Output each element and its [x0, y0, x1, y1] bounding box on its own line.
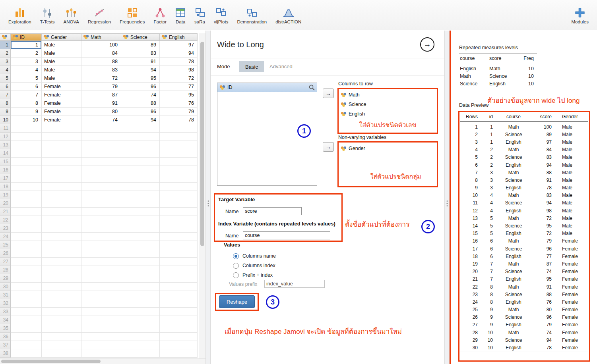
row-number[interactable]: 28: [0, 266, 11, 274]
cell[interactable]: [42, 324, 81, 333]
cell[interactable]: 96: [121, 83, 160, 91]
cell[interactable]: [81, 316, 121, 324]
row-number[interactable]: 27: [0, 258, 11, 266]
cell[interactable]: 96: [121, 108, 160, 116]
search-icon[interactable]: [308, 84, 315, 92]
scrollbar-thumb[interactable]: [1, 360, 101, 363]
cell[interactable]: 1: [11, 41, 42, 49]
row-number[interactable]: 35: [0, 324, 11, 333]
row-number[interactable]: 14: [0, 149, 11, 158]
cell[interactable]: [160, 249, 198, 258]
column-header-id[interactable]: ID: [11, 33, 42, 41]
cell[interactable]: 88: [121, 99, 160, 108]
cell[interactable]: 5: [11, 74, 42, 83]
cell[interactable]: [81, 166, 121, 174]
tab-basic[interactable]: Basic: [239, 61, 264, 72]
cell[interactable]: [81, 149, 121, 158]
cell[interactable]: [42, 283, 81, 291]
toolbar-item-vijplots[interactable]: vijPlots: [209, 4, 233, 26]
cell[interactable]: 95: [160, 91, 198, 99]
column-header-english[interactable]: English: [160, 33, 198, 41]
cell[interactable]: [121, 266, 160, 274]
cell[interactable]: [160, 166, 198, 174]
cell[interactable]: [42, 291, 81, 299]
cell[interactable]: [160, 174, 198, 183]
row-number[interactable]: 4: [0, 66, 11, 74]
row-number[interactable]: 23: [0, 224, 11, 233]
cell[interactable]: [11, 266, 42, 274]
cell[interactable]: 94: [121, 116, 160, 124]
row-number[interactable]: 2: [0, 49, 11, 58]
cell[interactable]: [121, 341, 160, 349]
row-number[interactable]: 19: [0, 191, 11, 199]
toolbar-item-regression[interactable]: Regression: [83, 4, 115, 26]
cell[interactable]: [121, 191, 160, 199]
cell[interactable]: [11, 324, 42, 333]
cell[interactable]: 8: [11, 99, 42, 108]
cell[interactable]: [160, 316, 198, 324]
cell[interactable]: [121, 349, 160, 358]
cell[interactable]: [42, 308, 81, 316]
cell[interactable]: [42, 349, 81, 358]
cell[interactable]: [81, 124, 121, 133]
cell[interactable]: [160, 124, 198, 133]
cell[interactable]: 4: [11, 66, 42, 74]
cell[interactable]: [160, 341, 198, 349]
cell[interactable]: [81, 174, 121, 183]
cell[interactable]: [81, 133, 121, 141]
cell[interactable]: 95: [121, 74, 160, 83]
toolbar-item-anova[interactable]: ANOVA: [59, 4, 83, 26]
cell[interactable]: [42, 258, 81, 266]
cell[interactable]: [160, 258, 198, 266]
row-number[interactable]: 21: [0, 208, 11, 216]
cell[interactable]: [42, 216, 81, 224]
cell[interactable]: [11, 308, 42, 316]
cell[interactable]: 74: [81, 116, 121, 124]
cell[interactable]: [42, 166, 81, 174]
cell[interactable]: [81, 208, 121, 216]
cell[interactable]: 9: [11, 108, 42, 116]
cell[interactable]: [42, 249, 81, 258]
column-header-math[interactable]: Math: [81, 33, 121, 41]
cell[interactable]: [11, 141, 42, 149]
cell[interactable]: [42, 158, 81, 166]
cell[interactable]: [42, 333, 81, 341]
cell[interactable]: [11, 283, 42, 291]
cell[interactable]: [121, 291, 160, 299]
cell[interactable]: [121, 208, 160, 216]
row-number[interactable]: 26: [0, 249, 11, 258]
cell[interactable]: [81, 258, 121, 266]
cell[interactable]: [121, 216, 160, 224]
variable-item-gender[interactable]: Gender: [339, 144, 437, 153]
cell[interactable]: 6: [11, 83, 42, 91]
cell[interactable]: Male: [42, 41, 81, 49]
values-option-1[interactable]: Columns index: [233, 261, 276, 270]
cell[interactable]: [160, 349, 198, 358]
cell[interactable]: [160, 324, 198, 333]
row-number[interactable]: 24: [0, 233, 11, 241]
cell[interactable]: [42, 241, 81, 249]
splitter-left[interactable]: [205, 31, 211, 364]
cell[interactable]: [81, 233, 121, 241]
cell[interactable]: Male: [42, 49, 81, 58]
cell[interactable]: [81, 216, 121, 224]
cell[interactable]: [121, 308, 160, 316]
cell[interactable]: [160, 333, 198, 341]
row-number[interactable]: 33: [0, 308, 11, 316]
cell[interactable]: 78: [160, 58, 198, 66]
cell[interactable]: [160, 199, 198, 208]
row-number[interactable]: 12: [0, 133, 11, 141]
move-to-columns-button[interactable]: →: [323, 89, 334, 98]
cell[interactable]: 98: [160, 66, 198, 74]
row-number[interactable]: 25: [0, 241, 11, 249]
cell[interactable]: [42, 299, 81, 308]
toolbar-item-frequencies[interactable]: Frequencies: [115, 4, 149, 26]
cell[interactable]: [160, 141, 198, 149]
row-number[interactable]: 3: [0, 58, 11, 66]
cell[interactable]: [81, 299, 121, 308]
cell[interactable]: [121, 149, 160, 158]
cell[interactable]: [160, 158, 198, 166]
cell[interactable]: 84: [81, 49, 121, 58]
toolbar-item-ttests[interactable]: T-Tests: [36, 4, 59, 26]
toolbar-item-demonstration[interactable]: Demonstration: [233, 4, 271, 26]
